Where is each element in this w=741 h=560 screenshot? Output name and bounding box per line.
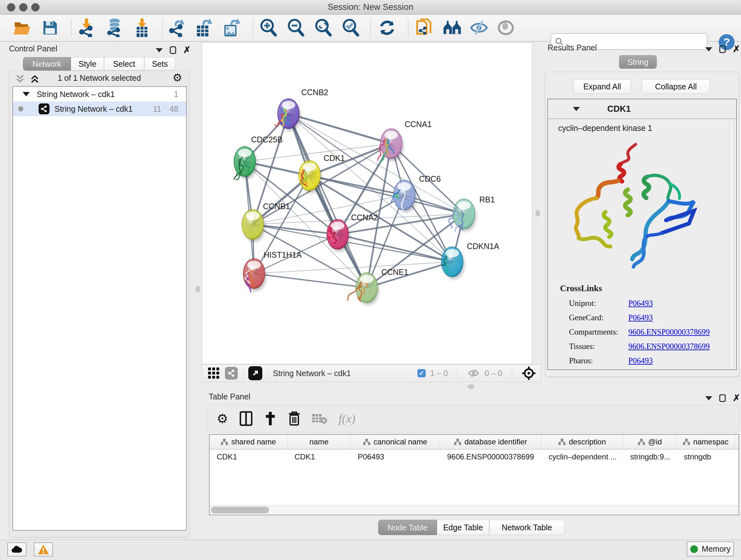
collapse-all-button[interactable]: Collapse All xyxy=(642,79,710,94)
detach-view-button[interactable] xyxy=(248,366,262,380)
horizontal-splitter-handle[interactable] xyxy=(468,384,474,389)
tab-string[interactable]: String xyxy=(619,55,657,69)
column-header-shared-name[interactable]: shared name xyxy=(210,435,287,449)
export-network-button[interactable] xyxy=(169,18,187,37)
table-panel-float-button[interactable] xyxy=(719,394,726,402)
zoom-selected-button[interactable] xyxy=(341,18,360,37)
add-column-icon[interactable] xyxy=(264,411,277,426)
string-home-button[interactable] xyxy=(443,18,461,37)
column-header-namespac[interactable]: namespac xyxy=(677,435,735,449)
column-header-description[interactable]: description xyxy=(542,435,623,449)
warnings-button[interactable] xyxy=(34,543,53,557)
table-cell[interactable]: CDK1 xyxy=(210,449,287,464)
crosslinks-list: Uniprot:P06493GeneCard:P06493Compartment… xyxy=(569,299,736,365)
crosslink-value-link[interactable]: P06493 xyxy=(628,299,653,308)
control-panel-close-button[interactable]: ✗ xyxy=(183,46,191,54)
export-table-button[interactable] xyxy=(195,18,214,37)
show-glass-button[interactable] xyxy=(496,18,515,37)
node-label: CCNA1 xyxy=(405,120,432,129)
control-panel-tabs: Network Style Select Sets xyxy=(23,57,176,71)
import-network-file-button[interactable] xyxy=(77,18,96,37)
table-horizontal-scrollbar[interactable] xyxy=(210,505,738,515)
collection-label: String Network – cdk1 xyxy=(37,90,115,99)
network-edge[interactable] xyxy=(367,262,452,288)
vertical-splitter-handle[interactable] xyxy=(536,210,540,216)
network-options-gear-icon[interactable]: ⚙ xyxy=(173,72,182,83)
tab-style[interactable]: Style xyxy=(71,57,104,71)
control-panel-float-button[interactable] xyxy=(170,46,176,54)
results-panel-menu-button[interactable] xyxy=(705,47,712,51)
crosslink-value-link[interactable]: P06493 xyxy=(628,313,653,322)
network-collection-row[interactable]: String Network – cdk1 1 xyxy=(13,87,186,102)
table-cell[interactable]: P06493 xyxy=(351,449,440,464)
tree-expand-icon[interactable] xyxy=(23,92,30,97)
table-cell[interactable]: 9606.ENSP00000378699 xyxy=(440,449,542,464)
network-canvas[interactable]: CCNB2CCNA1CDC25BCDK1CDC6RB1CCNB1CCNA2CDK… xyxy=(202,43,532,364)
vertical-splitter-handle[interactable] xyxy=(196,286,200,293)
network-view-dot-icon xyxy=(18,106,23,111)
import-network-database-button[interactable] xyxy=(105,18,123,37)
save-session-button[interactable] xyxy=(41,18,59,37)
show-columns-icon[interactable] xyxy=(240,411,253,426)
column-header-name[interactable]: name xyxy=(287,435,351,449)
refresh-button[interactable] xyxy=(378,18,396,37)
tab-network[interactable]: Network xyxy=(23,57,71,71)
table-cell[interactable]: CDK1 xyxy=(287,449,351,464)
zoom-out-button[interactable] xyxy=(286,18,305,37)
table-options-gear-icon[interactable]: ⚙ xyxy=(217,413,228,424)
zoom-fit-button[interactable] xyxy=(314,18,333,37)
fit-content-crosshair-icon[interactable] xyxy=(522,366,536,380)
tab-select[interactable]: Select xyxy=(104,57,144,71)
network-node[interactable]: CCNA1 xyxy=(378,120,432,162)
column-header-database-identifier[interactable]: database identifier xyxy=(440,435,542,449)
table-panel-menu-button[interactable] xyxy=(705,396,712,400)
table-panel-close-button[interactable]: ✗ xyxy=(733,394,740,402)
network-node[interactable]: CCNB2 xyxy=(275,88,328,131)
import-table-file-button[interactable] xyxy=(133,18,151,37)
results-panel-close-button[interactable]: ✗ xyxy=(733,45,740,53)
network-edge[interactable] xyxy=(288,114,367,288)
network-edge[interactable] xyxy=(288,114,391,144)
network-node[interactable]: RB1 xyxy=(449,195,495,232)
network-view-icon[interactable] xyxy=(225,367,238,380)
network-node[interactable]: CDKN1A xyxy=(441,242,499,279)
open-session-button[interactable] xyxy=(13,18,32,37)
crosslink-value-link[interactable]: 9606.ENSP00000378699 xyxy=(628,342,710,351)
network-node[interactable]: CCNE1 xyxy=(348,267,408,305)
export-image-button[interactable] xyxy=(223,18,241,37)
tab-network-table[interactable]: Network Table xyxy=(489,520,564,535)
grid-view-icon[interactable] xyxy=(208,367,220,379)
table-tabs: Node Table Edge Table Network Table xyxy=(378,520,564,535)
memory-button[interactable]: Memory xyxy=(687,542,734,557)
delete-column-icon[interactable] xyxy=(288,411,300,426)
selected-counts: 1 – 0 xyxy=(430,369,448,378)
expand-all-button[interactable]: Expand All xyxy=(574,79,631,94)
crosslink-value-link[interactable]: P06493 xyxy=(628,356,653,365)
table-cell[interactable]: stringdb xyxy=(677,449,735,464)
clone-network-button[interactable] xyxy=(415,18,433,37)
hide-glass-button[interactable] xyxy=(470,18,488,37)
tab-node-table[interactable]: Node Table xyxy=(378,520,437,535)
cloud-status-button[interactable] xyxy=(7,543,26,557)
network-graph[interactable]: CCNB2CCNA1CDC25BCDK1CDC6RB1CCNB1CCNA2CDK… xyxy=(202,43,532,364)
network-row[interactable]: String Network – cdk1 11 48 xyxy=(13,102,186,116)
results-scrollbar[interactable] xyxy=(730,120,734,369)
tab-sets[interactable]: Sets xyxy=(144,57,176,71)
column-header-canonical-name[interactable]: canonical name xyxy=(351,435,440,449)
main-toolbar: ? xyxy=(0,15,741,42)
control-panel-menu-button[interactable] xyxy=(156,48,163,52)
collapse-entry-icon[interactable] xyxy=(573,107,580,111)
scrollbar-thumb[interactable] xyxy=(211,507,269,513)
network-edge[interactable] xyxy=(254,273,367,288)
column-header--id[interactable]: @id xyxy=(623,435,677,449)
crosslink-row: GeneCard:P06493 xyxy=(569,313,736,322)
results-panel-float-button[interactable] xyxy=(719,45,726,53)
table-cell[interactable]: stringdb:9... xyxy=(623,449,677,464)
node-result-header[interactable]: CDK1 xyxy=(548,99,736,119)
zoom-in-button[interactable] xyxy=(259,18,278,37)
table-row[interactable]: CDK1CDK1P064939606.ENSP00000378699cyclin… xyxy=(210,449,738,464)
table-cell[interactable]: cyclin–dependent ... xyxy=(542,449,623,464)
crosslink-value-link[interactable]: 9606.ENSP00000378699 xyxy=(628,327,710,336)
tab-edge-table[interactable]: Edge Table xyxy=(437,520,489,535)
network-edge[interactable] xyxy=(310,176,464,214)
